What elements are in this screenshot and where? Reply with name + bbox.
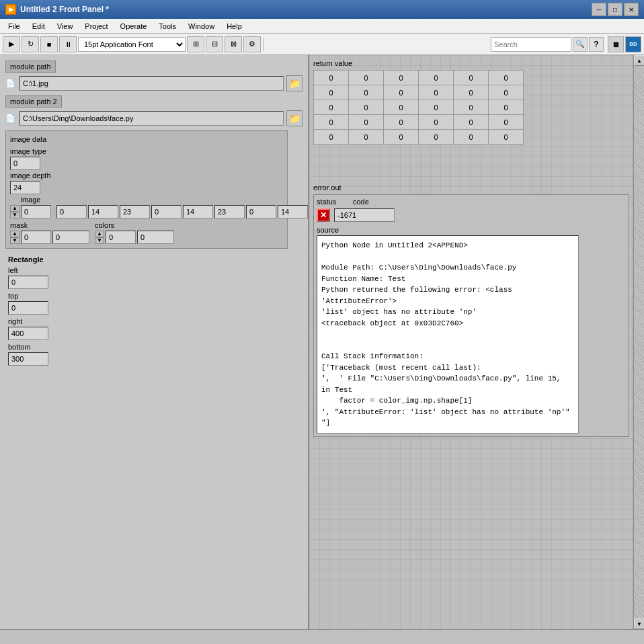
align-button[interactable]: ⊞ [187,36,204,52]
run-button[interactable]: ▶ [3,36,20,52]
image-depth-input[interactable] [10,181,40,194]
search-area: 🔍 ? [491,37,604,52]
table-cell: 0 [314,71,349,85]
error-out-label: error out [313,184,629,192]
scroll-track[interactable] [634,66,644,618]
image-depth-row: image depth [10,171,283,194]
image-val3[interactable] [120,205,150,218]
vi-panel-icon[interactable]: ▦ [608,36,624,52]
table-cell: 0 [419,115,454,130]
window-controls[interactable]: ─ □ ✕ [592,3,639,16]
maximize-button[interactable]: □ [608,3,622,16]
scroll-down-button[interactable]: ▼ [634,618,644,629]
search-button[interactable]: 🔍 [573,37,588,52]
distribute-button[interactable]: ⊟ [206,36,223,52]
colors-inc-down[interactable]: ▼ [95,237,104,244]
mask-inc-up[interactable]: ▲ [10,231,19,237]
image-val5[interactable] [183,205,213,218]
table-cell: 0 [489,85,524,100]
window-title: Untitled 2 Front Panel * [20,5,109,14]
colors-input-row: ▲ ▼ [95,231,174,244]
image-val0[interactable] [21,205,51,218]
rect-top-input[interactable] [8,301,48,315]
font-selector[interactable]: 15pt Application Font [78,37,186,52]
error-out-area: error out status code ✕ source Python No… [309,179,633,441]
image-val7[interactable] [246,205,276,218]
left-panel: module path 📄 📁 module path 2 📄 📁 image … [0,55,309,629]
menu-tools[interactable]: Tools [153,21,182,32]
mask-inc-down[interactable]: ▼ [10,237,19,244]
module-path2-browse-button[interactable]: 📁 [286,110,303,126]
image-val8[interactable] [278,205,308,218]
colors-val2[interactable] [137,231,174,244]
menu-window[interactable]: Window [183,21,220,32]
rect-right-label: right [8,317,300,325]
right-panel: return value 0 0 0 0 0 0 0 0 0 [309,55,644,629]
rect-right-field: right [8,317,300,340]
source-label: source [317,226,626,234]
mask-val2[interactable] [52,231,89,244]
vi-diagram-icon[interactable]: BD [625,36,641,52]
table-cell: 0 [314,115,349,130]
menu-file[interactable]: File [3,21,26,32]
table-cell: 0 [419,100,454,115]
error-header-row: status code [317,198,626,206]
image-increment-up[interactable]: ▲ [10,205,19,212]
table-cell: 0 [489,130,524,145]
error-status-icon: ✕ [317,208,330,222]
colors-inc-up[interactable]: ▲ [95,231,104,237]
image-increment-down[interactable]: ▼ [10,212,19,218]
stop-button[interactable]: ■ [40,36,58,52]
menu-operate[interactable]: Operate [115,21,153,32]
image-val4[interactable] [151,205,182,218]
right-scrollbar[interactable]: ▲ ▼ [633,55,644,629]
table-cell: 0 [489,115,524,130]
rect-left-input[interactable] [8,276,48,289]
help-button[interactable]: ? [589,37,604,52]
search-input[interactable] [491,37,571,52]
menu-view[interactable]: View [52,21,79,32]
module-path2-input[interactable] [19,111,284,126]
table-cell: 0 [384,71,419,85]
rect-right-input[interactable] [8,327,48,340]
table-cell: 0 [419,71,454,85]
module-path2-row: 📄 📁 [5,110,303,126]
module-path-label: module path [5,61,56,73]
mask-val1[interactable] [21,231,51,244]
image-val6[interactable] [214,205,245,218]
colors-increment-buttons[interactable]: ▲ ▼ [95,231,104,244]
table-cell: 0 [454,115,489,130]
image-increment-buttons[interactable]: ▲ ▼ [10,205,19,218]
image-val1[interactable] [56,205,87,218]
minimize-button[interactable]: ─ [592,3,606,16]
table-row: 0 0 0 0 0 0 [314,71,524,85]
image-val2[interactable] [88,205,118,218]
table-cell: 0 [384,100,419,115]
reorder-button[interactable]: ⊠ [225,36,242,52]
menu-bar: File Edit View Project Operate Tools Win… [0,19,644,34]
run-cont-button[interactable]: ↻ [22,36,39,52]
image-type-input[interactable] [10,157,40,170]
menu-project[interactable]: Project [79,21,113,32]
pause-button[interactable]: ⏸ [59,36,77,52]
table-row: 0 0 0 0 0 0 [314,100,524,115]
table-row: 0 0 0 0 0 0 [314,85,524,100]
image-data-title: image data [10,135,283,143]
menu-edit[interactable]: Edit [27,21,50,32]
image-depth-item: image depth [10,171,51,194]
close-button[interactable]: ✕ [624,3,639,16]
error-code-input[interactable] [334,208,395,222]
scroll-up-button[interactable]: ▲ [634,55,644,66]
colors-val1[interactable] [106,231,136,244]
return-value-label: return value [313,59,629,67]
module-path-browse-button[interactable]: 📁 [286,75,303,91]
mask-increment-buttons[interactable]: ▲ ▼ [10,231,19,244]
menu-help[interactable]: Help [221,21,247,32]
module-path-input[interactable] [19,76,284,91]
table-cell: 0 [419,85,454,100]
rect-bottom-input[interactable] [8,352,48,366]
table-cell: 0 [454,85,489,100]
env-button[interactable]: ⚙ [243,36,261,52]
image-data-section: image data image type image depth [5,130,288,249]
vi-icon-area: ▦ BD [608,36,641,52]
